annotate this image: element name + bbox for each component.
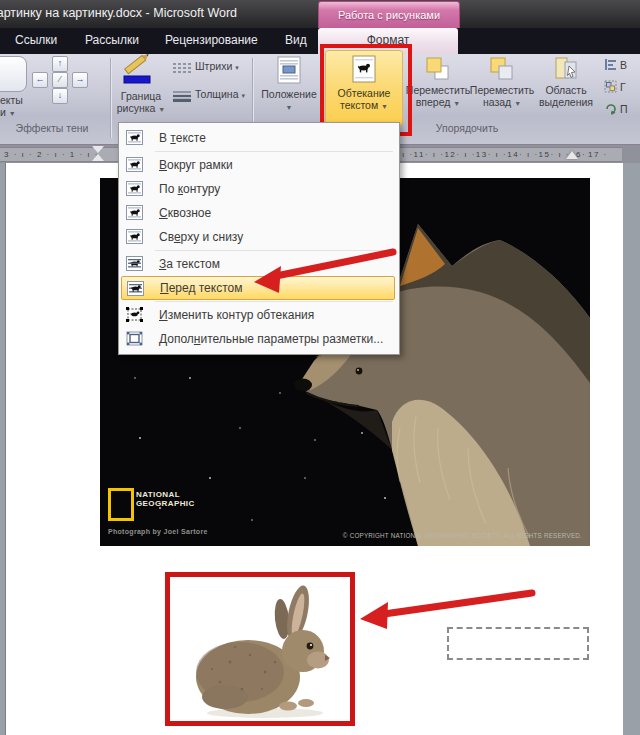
shadow-group-label: Эффекты тени: [2, 122, 102, 134]
national-geographic-wordmark: NATIONALGEOGRAPHIC: [136, 490, 195, 508]
pencil-icon: [118, 54, 154, 86]
nudge-shadow-down-button[interactable]: ↓: [52, 88, 68, 104]
tab-view[interactable]: Вид: [285, 33, 307, 47]
position-button[interactable]: Положение▼: [258, 54, 320, 120]
tab-links[interactable]: Ссылки: [15, 33, 57, 47]
title-bar: картинку на картинку.docx - Microsoft Wo…: [0, 0, 640, 28]
layout-options-icon: [126, 331, 143, 349]
dashes-icon: [173, 62, 191, 74]
tab-review[interactable]: Рецензирование: [165, 33, 258, 47]
wrap-style-icon: [126, 256, 143, 274]
menu-item-more-layout-options[interactable]: Дополнительные параметры разметки...: [121, 327, 395, 351]
shadow-on-off-button[interactable]: ⁄: [52, 72, 68, 88]
word-window: картинку на картинку.docx - Microsoft Wo…: [0, 0, 640, 735]
send-backward-icon: [489, 56, 515, 82]
weight-button[interactable]: Толщина ▾: [173, 88, 191, 106]
empty-text-frame[interactable]: [447, 627, 589, 660]
picture-border-button[interactable]: [118, 54, 164, 88]
picture-border-label[interactable]: Граница рисунка ▼: [112, 90, 170, 116]
wrap-style-icon: [126, 130, 143, 148]
menu-item-edit-wrap-points[interactable]: Изменить контур обтекания: [121, 303, 395, 327]
chevron-down-icon: ▾: [235, 64, 239, 71]
menu-item-through[interactable]: Сквозное: [121, 201, 395, 225]
chevron-down-icon: ▾: [241, 92, 245, 99]
align-button[interactable]: В: [604, 58, 640, 71]
shadow-effects-label[interactable]: екты и ▼: [0, 94, 34, 120]
tab-mailings[interactable]: Рассылки: [85, 33, 139, 47]
group-separator: [110, 58, 111, 138]
contextual-tab-header: Работа с рисунками: [318, 1, 460, 29]
nudge-shadow-right-button[interactable]: →: [72, 72, 88, 88]
menu-item-square[interactable]: Вокруг рамки: [121, 153, 395, 177]
bring-forward-icon: [425, 56, 451, 82]
shadow-effects-preview-button[interactable]: [0, 56, 27, 92]
rabbit-picture[interactable]: [165, 572, 355, 726]
window-title: картинку на картинку.docx - Microsoft Wo…: [0, 6, 237, 20]
chevron-down-icon: ▼: [286, 104, 293, 111]
menu-separator: [155, 250, 393, 251]
arrange-group-label: Упорядочить: [400, 122, 534, 134]
group-button[interactable]: Г: [604, 80, 640, 93]
menu-separator: [155, 151, 393, 152]
menu-separator: [155, 301, 393, 302]
photo-credit: Photograph by Joel Sartore: [108, 528, 208, 535]
rotate-icon: [604, 102, 617, 115]
ruler-left-ticks: 3 · ı · 2 · ı · 1 · ı ·: [4, 150, 99, 159]
wrap-text-menu: В тексте Вокруг рамки По контуру Сквозно…: [118, 122, 400, 355]
wrap-style-icon: [126, 229, 143, 247]
copyright-line: © COPYRIGHT NATIONAL GEOGRAPHIC SOCIETY.…: [330, 532, 582, 539]
wrap-style-icon: [126, 157, 143, 175]
nudge-shadow-up-button[interactable]: ↑: [52, 56, 68, 72]
chevron-down-icon: ▼: [453, 100, 460, 107]
bring-forward-button[interactable]: Переместить вперед ▼: [408, 56, 468, 86]
edit-wrap-points-icon: [126, 307, 143, 325]
send-backward-button[interactable]: Переместить назад ▼: [472, 56, 532, 86]
indent-marker[interactable]: [92, 146, 104, 162]
menu-item-in-line-with-text[interactable]: В тексте: [121, 126, 395, 150]
national-geographic-logo-icon: [108, 488, 134, 521]
align-icon: [604, 58, 617, 71]
nudge-shadow-left-button[interactable]: ←: [32, 72, 48, 88]
dashes-button[interactable]: Штрихи ▾: [173, 60, 191, 78]
menu-item-top-and-bottom[interactable]: Сверху и снизу: [121, 225, 395, 249]
ruler-margin-marker[interactable]: [566, 151, 578, 159]
chevron-down-icon: ▼: [158, 106, 165, 113]
group-objects-icon: [604, 80, 617, 93]
line-weight-icon: [173, 90, 191, 102]
wrap-style-icon: [127, 281, 144, 299]
ruler-right-ticks: ı ·11· ı ·12· ı ·13· ı ·14· ı ·15· ı ·16…: [402, 150, 586, 159]
selection-pane-icon: [553, 56, 579, 82]
chevron-down-icon: ▼: [514, 100, 521, 107]
menu-item-tight[interactable]: По контуру: [121, 177, 395, 201]
position-icon: [277, 56, 301, 84]
wrap-style-icon: [126, 205, 143, 223]
rotate-button[interactable]: П: [604, 102, 640, 115]
menu-item-behind-text[interactable]: За текстом: [121, 252, 395, 276]
ruler-end-tick: 17 ·: [588, 150, 608, 159]
chevron-down-icon: ▼: [9, 110, 16, 117]
menu-item-in-front-of-text[interactable]: Перед текстом: [121, 276, 395, 300]
wrap-style-icon: [126, 181, 143, 199]
selection-pane-button[interactable]: Область выделения: [536, 56, 596, 86]
rabbit-illustration: [170, 577, 350, 721]
